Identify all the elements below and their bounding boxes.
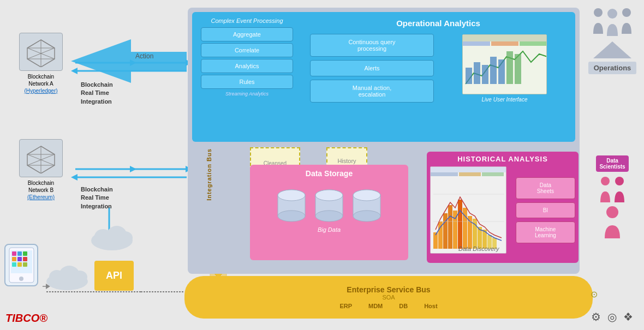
cep-analytics-btn[interactable]: Analytics (201, 59, 293, 73)
svg-point-113 (606, 206, 618, 218)
svg-rect-90 (17, 251, 22, 256)
manual-action-btn[interactable]: Manual action,escalation (310, 80, 434, 103)
svg-rect-47 (482, 65, 488, 84)
blockchain-a-icon (19, 33, 63, 71)
svg-marker-110 (593, 41, 631, 58)
historical-analysis-box: HISTORICAL ANALYSIS (427, 152, 579, 263)
bottom-icons-area: ⚙ ◎ ❖ (591, 310, 633, 323)
circle-icon: ◎ (607, 310, 617, 323)
svg-rect-84 (431, 172, 458, 176)
svg-rect-94 (23, 257, 27, 261)
svg-rect-45 (466, 68, 472, 84)
svg-rect-92 (12, 257, 16, 261)
svg-rect-53 (463, 41, 490, 46)
historical-analysis-title: HISTORICAL ANALYSIS (430, 155, 575, 163)
svg-rect-95 (12, 262, 16, 267)
svg-rect-48 (490, 57, 497, 84)
operations-area: Operations (585, 8, 640, 74)
cloud-wrapper (45, 261, 90, 291)
svg-point-108 (607, 9, 617, 19)
svg-marker-9 (71, 39, 187, 83)
data-storage-box: Data Storage (250, 165, 408, 260)
esb-mdm[interactable]: MDM (368, 303, 383, 309)
svg-point-106 (72, 271, 87, 284)
blockchain-network-b: BlockchainNetwork B(Ethereum) (11, 139, 71, 201)
svg-point-67 (353, 190, 380, 201)
cep-correlate-btn[interactable]: Correlate (201, 43, 293, 57)
svg-marker-7 (71, 68, 77, 74)
esb-container: Enterprise Service Bus SOA ERP MDM DB Ho… (184, 276, 593, 319)
svg-line-37 (27, 40, 41, 48)
esb-sublabel: SOA (382, 294, 395, 301)
hist-buttons: DataSheets BI MachineLearning (516, 166, 575, 254)
svg-rect-86 (482, 172, 504, 176)
svg-point-98 (19, 277, 23, 281)
svg-rect-50 (506, 51, 513, 84)
svg-rect-54 (491, 41, 518, 46)
hist-chart (430, 166, 506, 254)
svg-point-66 (353, 211, 380, 221)
esb-host[interactable]: Host (424, 303, 437, 309)
machine-learning-btn[interactable]: MachineLearning (516, 221, 575, 243)
blockchain-network-a: BlockchainNetwork A(Hyperledger) (11, 33, 71, 94)
esb-title: Enterprise Service Bus (347, 285, 430, 294)
mobile-phone (4, 244, 38, 286)
cep-title: Complex Event Processing (199, 17, 295, 24)
svg-rect-91 (23, 251, 27, 256)
continuous-query-btn[interactable]: Continuous queryprocessing (310, 34, 434, 57)
svg-rect-97 (23, 262, 27, 267)
bi-btn[interactable]: BI (516, 202, 575, 218)
svg-marker-3 (130, 59, 136, 66)
diamond-icon: ❖ (623, 310, 633, 323)
data-storage-title: Data Storage (254, 169, 404, 178)
esb-db[interactable]: DB (399, 303, 408, 309)
big-data-label: Big Data (254, 226, 404, 233)
svg-rect-93 (17, 257, 22, 261)
svg-rect-83 (431, 167, 506, 172)
svg-point-59 (278, 190, 305, 201)
svg-rect-51 (515, 54, 521, 84)
data-discovery-label: Data Discovery (458, 245, 499, 252)
gear-icon: ⚙ (591, 310, 601, 323)
svg-point-109 (622, 8, 631, 17)
hist-chart-area (430, 166, 514, 254)
esb-erp[interactable]: ERP (339, 303, 352, 309)
cep-rules-btn[interactable]: Rules (201, 75, 293, 89)
cylinder-1 (277, 189, 307, 225)
tibco-logo: TIBCO® (5, 312, 47, 325)
esb-connector-icon: ⊙ (591, 289, 598, 299)
op-analytics-title: Operational Analytics (308, 19, 569, 28)
data-scientists-area: DataScientists (585, 155, 640, 239)
svg-rect-85 (459, 172, 481, 176)
svg-marker-11 (130, 166, 136, 172)
alerts-btn[interactable]: Alerts (310, 60, 434, 76)
cep-section: Complex Event Processing Aggregate Corre… (196, 15, 297, 140)
cep-aggregate-btn[interactable]: Aggregate (201, 27, 293, 41)
live-ui-label: Live User Interface (482, 97, 528, 103)
svg-point-62 (315, 211, 343, 221)
svg-point-111 (601, 177, 610, 185)
action-label: Action (135, 52, 153, 60)
data-scientist-icon-2 (613, 176, 625, 203)
svg-marker-15 (71, 174, 77, 181)
svg-rect-73 (458, 200, 462, 249)
blockchain-b-label: BlockchainNetwork B(Ethereum) (11, 179, 71, 201)
blockchain-b-icon (19, 139, 63, 177)
blockchain-integration-b-label: BlockchainReal TimeIntegration (81, 185, 113, 211)
data-sheets-btn[interactable]: DataSheets (516, 177, 575, 199)
live-ui-chart (462, 34, 547, 94)
svg-point-112 (615, 177, 624, 185)
cylinder-2 (314, 189, 344, 225)
svg-line-38 (41, 40, 55, 48)
svg-rect-49 (498, 59, 505, 84)
data-scientists-label: DataScientists (596, 155, 628, 172)
data-scientist-icon-3 (603, 206, 622, 239)
cylinder-3 (352, 189, 382, 225)
data-scientist-icon-1 (599, 176, 611, 203)
person-icon-2 (606, 8, 618, 37)
svg-rect-55 (520, 41, 547, 46)
person-icon-3 (621, 8, 633, 37)
blockchain-integration-a-label: BlockchainReal TimeIntegration (81, 81, 113, 106)
blockchain-a-label: BlockchainNetwork A(Hyperledger) (11, 73, 71, 94)
op-analytics-section: Operational Analytics Continuous querypr… (305, 15, 572, 140)
